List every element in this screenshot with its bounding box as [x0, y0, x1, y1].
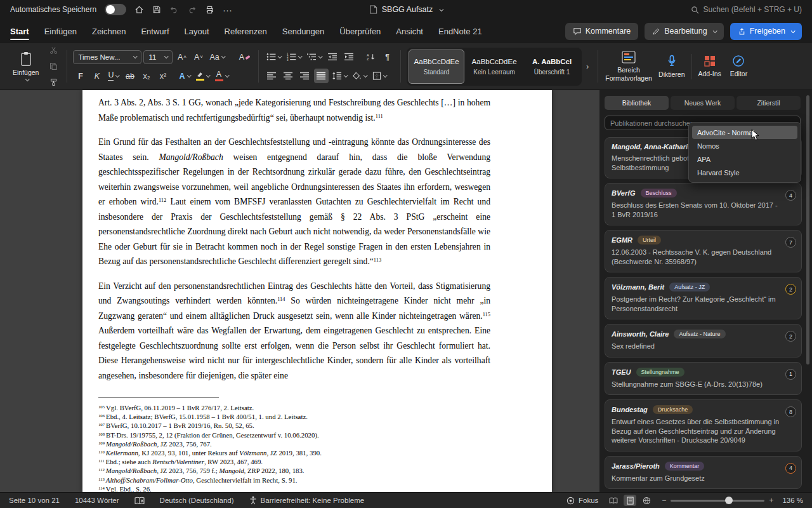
zoom-in-button[interactable]: +	[769, 496, 773, 505]
zoom-slider-thumb[interactable]	[725, 497, 733, 504]
accessibility-status[interactable]: Barrierefreiheit: Keine Probleme	[249, 496, 365, 505]
save-button[interactable]	[152, 5, 161, 14]
undo-button[interactable]	[169, 5, 179, 14]
strikethrough-button[interactable]: ab	[122, 69, 137, 83]
footnote-107[interactable]: 107BVerfG, 10.10.2017 – 1 BvR 2019/16, R…	[98, 421, 490, 430]
paste-button[interactable]: Einfügen	[8, 50, 44, 83]
text-effects-button[interactable]: A	[177, 69, 192, 83]
align-left-button[interactable]	[265, 69, 279, 83]
footnote-108[interactable]: 108BT-Drs. 19/19755, 2, 12 (Fraktion der…	[98, 431, 490, 439]
editing-mode-button[interactable]: Bearbeitung	[645, 23, 723, 40]
bold-button[interactable]: F	[73, 69, 88, 83]
footnote-109[interactable]: 109Mangold/Roßbach, JZ 2023, 756, 767.	[98, 439, 490, 448]
page-indicator[interactable]: Seite 10 von 21	[9, 497, 60, 504]
shrink-font-button[interactable]: A˅	[191, 50, 206, 64]
autosave-toggle[interactable]	[105, 4, 126, 15]
addins-button[interactable]: Add-Ins	[695, 53, 725, 79]
ribbon-tab-endnote-21[interactable]: EndNote 21	[438, 21, 482, 41]
citation-card-tgeu[interactable]: TGEUStellungnahme1Stellungnahme zum SBGG…	[605, 362, 802, 396]
print-layout-button[interactable]	[624, 495, 636, 506]
citation-card-jarass-pieroth[interactable]: Jarass/PierothKommentar4Kommentar zum Gr…	[605, 456, 802, 490]
more-commands-button[interactable]: ···	[223, 5, 232, 15]
paragraph[interactable]: Ein Grund für das Festhalten an der Gesc…	[98, 135, 490, 269]
endnote-tab-zitierstil[interactable]: Zitierstil	[737, 96, 801, 110]
style-card-standard[interactable]: AaBbCcDdEeStandard	[409, 50, 464, 84]
show-paragraph-marks-button[interactable]: ¶	[380, 50, 395, 64]
clear-formatting-button[interactable]: A	[237, 50, 252, 64]
underline-button[interactable]: U	[106, 69, 121, 83]
citation-card-egmr[interactable]: EGMRUrteil712.06.2003 - Rechtssache V. K…	[605, 230, 802, 272]
zoom-percentage[interactable]: 136 %	[782, 497, 803, 504]
footnote-111[interactable]: 111Ebd.; siehe auch Rentsch/Valentiner, …	[98, 457, 490, 466]
shading-button[interactable]	[351, 69, 369, 83]
ribbon-tab-ansicht[interactable]: Ansicht	[396, 21, 423, 41]
highlight-button[interactable]	[194, 69, 211, 83]
document-title-menu[interactable]: SBGG Aufsatz	[370, 5, 443, 14]
dictate-button[interactable]: Diktieren	[655, 53, 688, 79]
style-card-überschrift-1[interactable]: A. AaBbCclÜberschrift 1	[524, 50, 580, 84]
endnote-tab-neues-werk[interactable]: Neues Werk	[671, 96, 735, 110]
increase-indent-button[interactable]	[342, 50, 357, 64]
ribbon-tab-überprüfen[interactable]: Überprüfen	[339, 21, 381, 41]
share-button[interactable]: Freigeben	[730, 23, 802, 40]
paragraph[interactable]: Ein Verzicht auf den personenstandsrecht…	[98, 279, 490, 384]
citation-style-option-advocite-normal[interactable]: AdvoCite - Normal	[692, 126, 797, 139]
superscript-button[interactable]: x²	[155, 69, 170, 83]
ribbon-tab-entwurf[interactable]: Entwurf	[141, 21, 169, 41]
grow-font-button[interactable]: A˄	[174, 50, 189, 64]
align-center-button[interactable]	[281, 69, 296, 83]
font-name-select[interactable]: Times New...	[73, 50, 141, 64]
web-layout-button[interactable]	[640, 495, 653, 506]
footnote-105[interactable]: 105Vgl. BVerfG, 06.11.2019 – 1 BvR 276/1…	[98, 403, 490, 412]
zoom-slider[interactable]	[671, 500, 764, 502]
citation-card-bverfg[interactable]: BVerfGBeschluss4Beschluss des Ersten Sen…	[605, 183, 802, 225]
style-card-kein-leerraum[interactable]: AaBbCcDdEeKein Leerraum	[466, 50, 522, 84]
footnote-112[interactable]: 112Mangold/Roßbach, JZ 2023, 756, 759 f.…	[98, 466, 490, 475]
document-page[interactable]: Art. 3 Abs. 2, Abs. 3 S. 1 GG, wonach „j…	[82, 90, 552, 492]
print-button[interactable]	[205, 5, 214, 15]
cut-button[interactable]	[46, 43, 61, 58]
sort-button[interactable]: AZ	[363, 50, 378, 64]
footnote-114[interactable]: 114Vgl. Ebd., S. 26.	[98, 485, 490, 492]
editor-button[interactable]: Editor	[726, 53, 751, 79]
styles-pane-button[interactable]: Bereich Formatvorlagen	[604, 50, 653, 83]
titlebar-search[interactable]: Suchen (Befehl + STRG + U)	[691, 5, 802, 14]
ribbon-tab-layout[interactable]: Layout	[185, 21, 209, 41]
font-size-select[interactable]: 11	[143, 50, 173, 64]
citation-card-völzmann-berit[interactable]: Völzmann, BeritAufsatz - JZ2Postgender i…	[605, 277, 802, 319]
numbered-list-button[interactable]: 123	[285, 50, 303, 64]
justify-button[interactable]	[314, 69, 329, 83]
footnote-110[interactable]: 110Kellermann, KJ 2023, 93, 101, unter R…	[98, 448, 490, 457]
multilevel-list-button[interactable]	[305, 50, 324, 64]
style-gallery-more-button[interactable]: ›	[583, 62, 592, 71]
ribbon-tab-sendungen[interactable]: Sendungen	[282, 21, 325, 41]
home-button[interactable]	[134, 5, 144, 15]
citation-style-option-apa[interactable]: APA	[692, 152, 797, 166]
italic-button[interactable]: K	[89, 69, 104, 83]
ribbon-tab-referenzen[interactable]: Referenzen	[225, 21, 267, 41]
format-painter-button[interactable]	[46, 75, 61, 90]
citation-card-ainsworth-claire[interactable]: Ainsworth, ClaireAufsatz - Nature2Sex re…	[605, 324, 802, 358]
sidebar-scrollbar[interactable]	[806, 95, 809, 364]
redo-button[interactable]	[187, 5, 197, 14]
citation-style-option-harvard-style[interactable]: Harvard Style	[692, 166, 797, 179]
focus-mode-button[interactable]: Fokus	[566, 497, 598, 505]
word-count[interactable]: 10443 Wörter	[75, 497, 119, 504]
footnote-106[interactable]: 106Ebd., 4. Leitsatz; BVerfG, 15.01.1958…	[98, 412, 490, 421]
copy-button[interactable]	[46, 59, 61, 74]
read-mode-button[interactable]	[607, 495, 620, 506]
ribbon-tab-start[interactable]: Start	[10, 21, 29, 41]
borders-button[interactable]	[370, 69, 388, 83]
footnote-113[interactable]: 113Althoff/Schabram/Follmar-Otto, Geschl…	[98, 476, 490, 485]
line-spacing-button[interactable]	[331, 69, 349, 83]
ribbon-tab-einfügen[interactable]: Einfügen	[44, 21, 77, 41]
comments-button[interactable]: Kommentare	[565, 23, 639, 40]
zoom-out-button[interactable]: −	[662, 496, 666, 505]
decrease-indent-button[interactable]	[325, 50, 340, 64]
paragraph[interactable]: Art. 3 Abs. 2, Abs. 3 S. 1 GG, wonach „j…	[98, 95, 490, 125]
subscript-button[interactable]: x₂	[139, 69, 154, 83]
citation-card-bundestag[interactable]: BundestagDrucksache8Entwurf eines Gesetz…	[605, 399, 802, 451]
language-indicator[interactable]: Deutsch (Deutschland)	[160, 497, 234, 504]
ribbon-tab-zeichnen[interactable]: Zeichnen	[92, 21, 126, 41]
bullet-list-button[interactable]	[265, 50, 283, 64]
